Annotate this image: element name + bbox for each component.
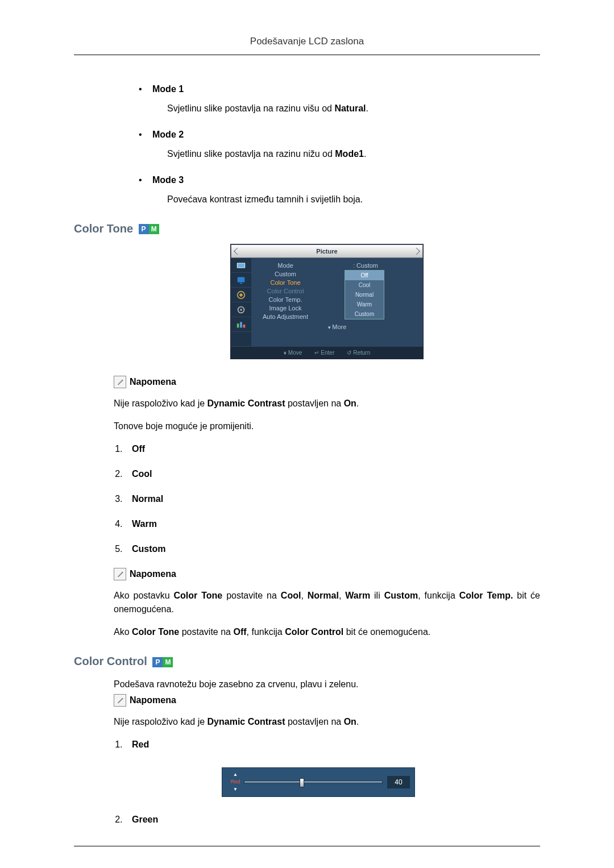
note-label: Napomena — [130, 693, 176, 707]
mode-item-1: Mode 1 Svjetlinu slike postavlja na razi… — [139, 82, 540, 115]
note-block-1: Napomena Nije raspoloživo kad je Dynamic… — [114, 375, 540, 433]
osd-tab-picture-icon — [231, 258, 251, 273]
mode-label: Mode 1 — [152, 82, 184, 96]
text: Svjetlinu slike postavlja na razinu nižu… — [167, 149, 335, 159]
cc-label: Green — [132, 815, 158, 824]
text: . — [364, 149, 366, 159]
cc-red: Red — [125, 738, 540, 751]
osd-screenshot: Picture ModeCustom Custom Color Tone Col… — [114, 244, 540, 360]
slider-channel-label: Red — [231, 778, 240, 786]
opt-label: Warm — [132, 519, 157, 529]
note-block-2: Napomena Ako postavku Color Tone postavi… — [114, 567, 540, 639]
note-text: Nije raspoloživo kad je Dynamic Contrast… — [114, 715, 540, 729]
section-heading: Color Control — [74, 655, 147, 667]
m-icon: M — [163, 657, 173, 667]
t: postavite na — [222, 591, 281, 600]
t: . — [356, 717, 359, 726]
color-control-list: Red — [125, 738, 540, 751]
note-text: Nije raspoloživo kad je Dynamic Contrast… — [114, 397, 540, 410]
note-icon — [114, 568, 126, 580]
pm-badge: PM — [152, 657, 173, 667]
footer-rule — [74, 846, 540, 846]
color-control-intro: Podešava ravnotežu boje zasebno za crven… — [114, 678, 540, 691]
osd-tab-setup-icon — [231, 302, 251, 317]
cc-label: Red — [132, 740, 149, 749]
slider-thumb — [300, 778, 304, 787]
osd-tab-multi-icon — [231, 317, 251, 332]
svg-rect-9 — [240, 322, 242, 327]
opt-label: Custom — [132, 544, 166, 554]
osd-title: Picture — [231, 244, 423, 259]
slider-arrows: ▲ Red ▼ — [227, 771, 244, 793]
osd-row-mode-value: Custom — [314, 261, 417, 271]
osd-dd-warm: Warm — [345, 300, 384, 309]
osd-row-more: More — [257, 322, 417, 332]
t: Normal — [308, 591, 339, 600]
mode-desc: Svjetlinu slike postavlja na razinu nižu… — [167, 147, 540, 161]
t: Color Tone — [173, 591, 222, 600]
text-bold: Mode1 — [335, 149, 364, 159]
p-icon: P — [152, 657, 163, 667]
note-icon — [114, 694, 126, 707]
note-label: Napomena — [130, 375, 176, 389]
t: postavljen na — [285, 398, 343, 408]
mode-desc: Povećava kontrast između tamnih i svijet… — [167, 193, 540, 206]
svg-point-7 — [240, 309, 242, 311]
pm-badge: PM — [139, 224, 159, 234]
t: postavite na — [179, 627, 233, 637]
svg-rect-2 — [238, 277, 245, 282]
osd-dd-normal: Normal — [345, 290, 384, 300]
t: On — [344, 717, 356, 726]
t: Color Temp. — [459, 591, 513, 600]
t: , funkcija — [247, 627, 285, 637]
t: ili — [370, 591, 384, 600]
p-icon: P — [139, 224, 149, 234]
svg-rect-8 — [237, 323, 239, 327]
t: Custom — [384, 591, 418, 600]
note-label: Napomena — [130, 567, 176, 581]
t: Ako — [114, 627, 132, 637]
slider-value: 40 — [387, 776, 410, 788]
t: . — [356, 398, 359, 408]
t: Off — [233, 627, 246, 637]
t: On — [344, 398, 356, 408]
t: Warm — [345, 591, 370, 600]
text: . — [366, 103, 368, 113]
page-title: Podešavanje LCD zaslona — [74, 34, 540, 55]
section-color-control: Color Control PM — [74, 653, 540, 670]
t: Color Tone — [132, 627, 179, 637]
t: Nije raspoloživo kad je — [114, 717, 208, 726]
t: postavljen na — [285, 717, 343, 726]
arrow-up-icon: ▲ — [233, 771, 238, 778]
svg-rect-1 — [238, 263, 245, 267]
osd-footer-return: Return — [347, 348, 370, 357]
osd-row-auto-adj: Auto Adjustment — [257, 312, 314, 322]
m-icon: M — [149, 224, 159, 234]
svg-rect-3 — [240, 283, 242, 284]
note-text: Tonove boje moguće je promijeniti. — [114, 420, 540, 433]
opt-label: Normal — [132, 494, 163, 504]
arrow-down-icon: ▼ — [233, 786, 238, 793]
osd-menu: ModeCustom Custom Color Tone Color Contr… — [251, 258, 423, 347]
bullet-icon — [139, 128, 152, 142]
opt-warm: Warm — [125, 517, 540, 531]
osd-dd-custom: Custom — [345, 309, 384, 319]
t: Nije raspoloživo kad je — [114, 398, 208, 408]
opt-normal: Normal — [125, 492, 540, 506]
t: , — [301, 591, 307, 600]
section-heading: Color Tone — [74, 222, 133, 235]
mode-list: Mode 1 Svjetlinu slike postavlja na razi… — [139, 82, 540, 206]
note-text: Ako postavku Color Tone postavite na Coo… — [114, 589, 540, 616]
opt-custom: Custom — [125, 542, 540, 556]
osd-footer-enter: Enter — [314, 348, 334, 357]
osd-dd-off: Off — [345, 271, 384, 280]
osd-footer: Move Enter Return — [231, 347, 423, 359]
note-icon — [114, 376, 126, 388]
t: Color Control — [285, 627, 343, 637]
osd-tab-icons — [231, 258, 251, 347]
mode-label: Mode 3 — [152, 173, 184, 187]
opt-cool: Cool — [125, 467, 540, 481]
t: Dynamic Contrast — [208, 398, 285, 408]
color-control-list-2: Green — [125, 813, 540, 827]
t: , funkcija — [418, 591, 459, 600]
